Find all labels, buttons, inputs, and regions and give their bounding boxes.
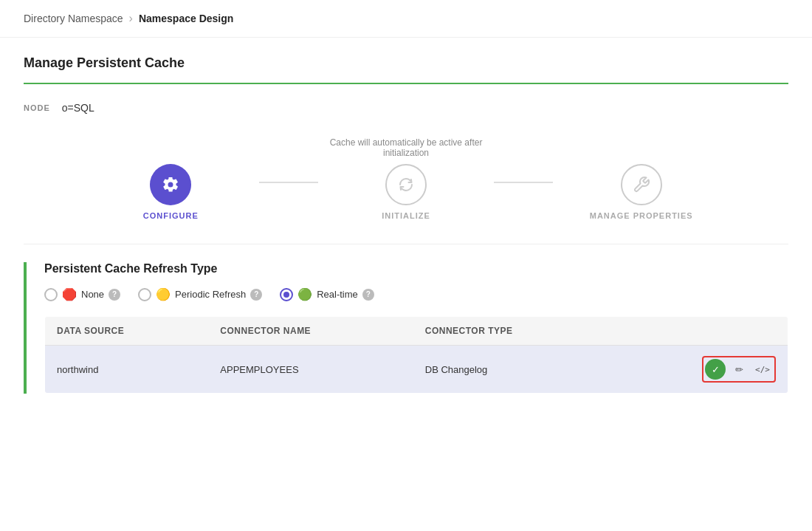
manage-properties-circle[interactable] bbox=[621, 164, 662, 205]
connector-1 bbox=[259, 182, 318, 183]
configure-circle[interactable] bbox=[150, 164, 191, 205]
cell-data-source: northwind bbox=[45, 346, 209, 394]
check-button[interactable]: ✓ bbox=[705, 359, 726, 380]
radio-none-label: None bbox=[81, 289, 104, 300]
cell-connector-name: APPEMPLOYEES bbox=[208, 346, 413, 394]
radio-periodic[interactable]: 🟡 Periodic Refresh ? bbox=[138, 287, 262, 301]
step-configure[interactable]: CONFIGURE bbox=[83, 131, 259, 220]
breadcrumb-current: Namespace Design bbox=[139, 13, 233, 24]
steps-container: CONFIGURE Cache will automatically be ac… bbox=[24, 131, 788, 220]
radio-realtime-inner bbox=[283, 292, 289, 298]
edit-tooltip: Edit bbox=[746, 393, 776, 394]
radio-none-outer bbox=[44, 288, 58, 301]
realtime-help-icon[interactable]: ? bbox=[362, 289, 374, 301]
breadcrumb-parent[interactable]: Directory Namespace bbox=[24, 13, 123, 24]
data-table: DATA SOURCE CONNECTOR NAME CONNECTOR TYP… bbox=[44, 316, 788, 394]
node-label: NODE bbox=[24, 103, 50, 112]
action-cell: ✓ ✏ </> Edit bbox=[625, 356, 776, 383]
radio-realtime-outer bbox=[280, 288, 293, 301]
col-data-source: DATA SOURCE bbox=[45, 317, 209, 346]
check-icon: ✓ bbox=[712, 364, 720, 375]
code-button[interactable]: </> bbox=[752, 359, 773, 380]
manage-properties-label: MANAGE PROPERTIES bbox=[590, 211, 693, 220]
col-actions bbox=[613, 317, 788, 346]
connector-2 bbox=[494, 182, 553, 183]
radio-periodic-label: Periodic Refresh bbox=[175, 289, 246, 300]
none-icon: 🛑 bbox=[62, 287, 77, 301]
breadcrumb-separator: › bbox=[129, 12, 133, 25]
code-icon: </> bbox=[755, 365, 770, 374]
cache-section-title: Persistent Cache Refresh Type bbox=[44, 262, 788, 275]
realtime-icon: 🟢 bbox=[297, 287, 312, 301]
radio-realtime[interactable]: 🟢 Real-time ? bbox=[280, 287, 374, 301]
section-divider bbox=[24, 244, 788, 244]
action-buttons-wrapper: ✓ ✏ </> bbox=[702, 356, 776, 383]
page-title: Manage Persistent Cache bbox=[24, 55, 788, 71]
pencil-icon: ✏ bbox=[735, 364, 743, 375]
cache-section: Persistent Cache Refresh Type 🛑 None ? 🟡… bbox=[24, 262, 788, 394]
table-body: northwind APPEMPLOYEES DB Changelog ✓ ✏ bbox=[45, 346, 788, 394]
step-initialize[interactable]: Cache will automatically be active after… bbox=[318, 131, 495, 220]
table-row: northwind APPEMPLOYEES DB Changelog ✓ ✏ bbox=[45, 346, 788, 394]
radio-none[interactable]: 🛑 None ? bbox=[44, 287, 120, 301]
initialize-label: INITIALIZE bbox=[382, 211, 430, 220]
radio-realtime-label: Real-time bbox=[317, 289, 358, 300]
step-manage-properties[interactable]: MANAGE PROPERTIES bbox=[553, 131, 729, 220]
radio-group: 🛑 None ? 🟡 Periodic Refresh ? 🟢 Real-tim… bbox=[44, 287, 788, 301]
table-header: DATA SOURCE CONNECTOR NAME CONNECTOR TYP… bbox=[45, 317, 788, 346]
node-row: NODE o=SQL bbox=[24, 102, 788, 114]
periodic-icon: 🟡 bbox=[156, 287, 171, 301]
col-connector-name: CONNECTOR NAME bbox=[208, 317, 413, 346]
radio-periodic-outer bbox=[138, 288, 151, 301]
none-help-icon[interactable]: ? bbox=[109, 289, 120, 301]
initialize-circle[interactable] bbox=[385, 164, 427, 205]
node-value: o=SQL bbox=[62, 102, 94, 114]
breadcrumb: Directory Namespace › Namespace Design bbox=[0, 0, 812, 38]
cell-connector-type: DB Changelog bbox=[413, 346, 613, 394]
edit-pencil-button[interactable]: ✏ bbox=[729, 359, 749, 380]
title-divider bbox=[24, 83, 788, 84]
periodic-help-icon[interactable]: ? bbox=[250, 289, 262, 301]
configure-label: CONFIGURE bbox=[143, 211, 199, 220]
col-connector-type: CONNECTOR TYPE bbox=[413, 317, 613, 346]
initialize-note: Cache will automatically be active after… bbox=[330, 137, 483, 158]
cell-actions: ✓ ✏ </> Edit bbox=[613, 346, 788, 394]
